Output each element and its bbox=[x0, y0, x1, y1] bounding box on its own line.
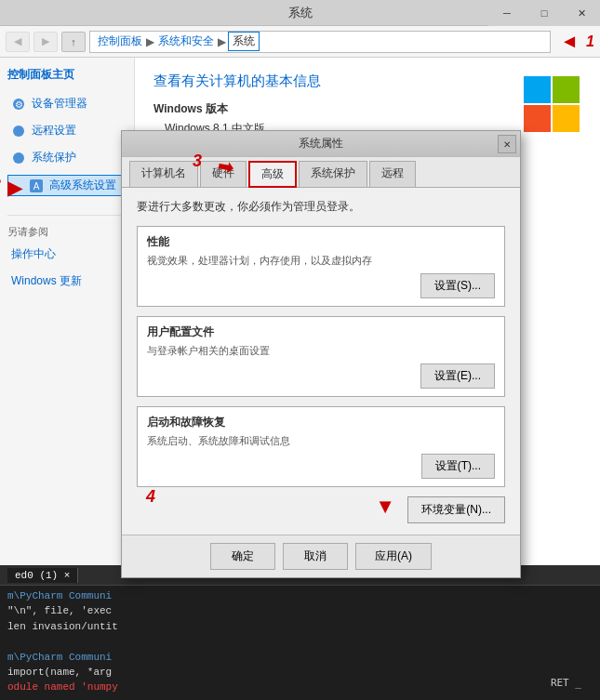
sidebar-item-device-manager[interactable]: ⚙ 设备管理器 bbox=[7, 94, 127, 113]
annotation-1: 1 bbox=[586, 33, 594, 50]
dialog-content: 要进行大多数更改，你必须作为管理员登录。 性能 视觉效果，处理器计划，内存使用，… bbox=[122, 188, 520, 535]
sidebar-item-label-device: 设备管理器 bbox=[32, 96, 87, 112]
advanced-icon: A bbox=[29, 178, 44, 193]
terminal-text-2: "\n", file, 'exec bbox=[7, 605, 112, 616]
maximize-button[interactable]: □ bbox=[526, 0, 563, 26]
dialog-userprofiles-section: 用户配置文件 与登录帐户相关的桌面设置 设置(E)... bbox=[137, 316, 505, 397]
startup-desc: 系统启动、系统故障和调试信息 bbox=[147, 434, 495, 448]
userprofiles-btn-row: 设置(E)... bbox=[147, 363, 495, 389]
userprofiles-desc: 与登录帐户相关的桌面设置 bbox=[147, 344, 495, 358]
win-tile-2 bbox=[553, 76, 580, 103]
sidebar-title: 控制面板主页 bbox=[7, 67, 127, 83]
userprofiles-settings-button[interactable]: 设置(E)... bbox=[420, 363, 495, 389]
startup-btn-row: 设置(T)... bbox=[147, 454, 495, 479]
sidebar: 控制面板主页 ⚙ 设备管理器 远程设置 系统保护 2 ▶ bbox=[0, 58, 135, 565]
windows-logo bbox=[524, 76, 580, 132]
tab-system-protection[interactable]: 系统保护 bbox=[299, 161, 367, 187]
terminal-text-5: m\PyCharm Communi bbox=[7, 652, 112, 663]
breadcrumb-bar: 控制面板 ▶ 系统和安全 ▶ 系统 bbox=[89, 31, 551, 53]
terminal-line-3: len invasion/untit bbox=[7, 620, 593, 634]
performance-desc: 视觉效果，处理器计划，内存使用，以及虚拟内存 bbox=[147, 254, 495, 268]
dialog-apply-button[interactable]: 应用(A) bbox=[355, 543, 432, 570]
terminal-line-2: "\n", file, 'exec bbox=[7, 604, 593, 618]
sidebar-item-protection[interactable]: 系统保护 bbox=[7, 148, 127, 167]
terminal-line-5: m\PyCharm Communi bbox=[7, 651, 593, 665]
startup-title: 启动和故障恢复 bbox=[147, 415, 495, 430]
window-controls: ─ □ ✕ bbox=[488, 0, 600, 26]
svg-point-2 bbox=[13, 125, 24, 137]
breadcrumb-item-1[interactable]: 控制面板 bbox=[96, 33, 144, 49]
performance-settings-button[interactable]: 设置(S)... bbox=[420, 273, 495, 298]
terminal-text-6: import(name, *arg bbox=[7, 667, 112, 678]
arrow-4-indicator: ▼ bbox=[375, 495, 395, 519]
dialog-performance-section: 性能 视觉效果，处理器计划，内存使用，以及虚拟内存 设置(S)... bbox=[137, 226, 505, 307]
env-variables-button[interactable]: 环境变量(N)... bbox=[407, 496, 505, 523]
env-var-row: 4 ▼ 环境变量(N)... bbox=[137, 496, 505, 523]
breadcrumb-sep-1: ▶ bbox=[146, 35, 154, 48]
terminal-line-4 bbox=[7, 635, 593, 649]
arrow-1-indicator: ◄ bbox=[560, 31, 579, 52]
win-tile-4 bbox=[553, 105, 580, 132]
sidebar-item-label-advanced: 高级系统设置 bbox=[49, 178, 116, 193]
dialog-tabs: 计算机名 硬件 高级 系统保护 远程 bbox=[122, 157, 520, 188]
terminal-cursor-area: RET _ bbox=[551, 677, 581, 689]
breadcrumb-current: 系统 bbox=[228, 32, 260, 51]
breadcrumb-sep-2: ▶ bbox=[218, 35, 226, 48]
terminal-line-1: m\PyCharm Communi bbox=[7, 589, 593, 603]
sidebar-link-label-update: Windows 更新 bbox=[11, 273, 82, 289]
terminal-tab-active[interactable]: ed0 (1) × bbox=[7, 568, 78, 583]
terminal-text-3: len invasion/untit bbox=[7, 621, 118, 632]
forward-button[interactable]: ▶ bbox=[33, 32, 58, 52]
breadcrumb-item-2[interactable]: 系统和安全 bbox=[156, 33, 216, 49]
terminal-cursor-text: RET _ bbox=[551, 677, 581, 689]
sidebar-section-also: 另请参阅 操作中心 Windows 更新 bbox=[7, 215, 127, 291]
dialog-startup-section: 启动和故障恢复 系统启动、系统故障和调试信息 设置(T)... bbox=[137, 406, 505, 487]
sidebar-link-label-action: 操作中心 bbox=[11, 246, 56, 262]
up-button[interactable]: ↑ bbox=[61, 32, 86, 52]
protection-icon bbox=[11, 151, 26, 165]
win-tile-1 bbox=[524, 76, 551, 103]
sidebar-item-advanced[interactable]: A 高级系统设置 bbox=[7, 175, 127, 196]
terminal-text-7: odule named 'numpy bbox=[7, 681, 118, 693]
terminal-line-7: odule named 'numpy bbox=[7, 680, 593, 694]
tab-advanced[interactable]: 高级 bbox=[248, 161, 297, 188]
performance-btn-row: 设置(S)... bbox=[147, 273, 495, 298]
tab-hardware[interactable]: 硬件 bbox=[200, 161, 247, 187]
remote-icon bbox=[11, 124, 26, 139]
dialog-ok-button[interactable]: 确定 bbox=[210, 543, 275, 570]
window-title: 系统 bbox=[288, 5, 313, 21]
terminal-text-1: m\PyCharm Communi bbox=[7, 590, 112, 601]
device-manager-icon: ⚙ bbox=[11, 97, 26, 112]
system-properties-dialog: 系统属性 ✕ 计算机名 硬件 高级 系统保护 远程 要进行大多数更改，你必须作为… bbox=[121, 130, 521, 578]
startup-settings-button[interactable]: 设置(T)... bbox=[421, 454, 495, 479]
terminal-content: m\PyCharm Communi "\n", file, 'exec len … bbox=[0, 586, 600, 700]
back-button[interactable]: ◀ bbox=[6, 32, 30, 52]
terminal-line-6: import(name, *arg bbox=[7, 666, 593, 680]
terminal: ed0 (1) × m\PyCharm Communi "\n", file, … bbox=[0, 565, 600, 700]
minimize-button[interactable]: ─ bbox=[488, 0, 526, 26]
tab-computer-name[interactable]: 计算机名 bbox=[129, 161, 198, 187]
sidebar-link-action-center[interactable]: 操作中心 bbox=[7, 244, 127, 264]
sidebar-section-title: 另请参阅 bbox=[7, 225, 127, 239]
dialog-title-bar: 系统属性 ✕ bbox=[122, 131, 520, 157]
sidebar-item-remote[interactable]: 远程设置 bbox=[7, 121, 127, 140]
content-title: 查看有关计算机的基本信息 bbox=[153, 73, 581, 90]
svg-point-3 bbox=[13, 152, 24, 164]
annotation-4: 4 bbox=[146, 487, 155, 507]
dialog-cancel-button[interactable]: 取消 bbox=[283, 543, 348, 570]
svg-text:⚙: ⚙ bbox=[15, 99, 23, 110]
win-tile-3 bbox=[524, 105, 551, 132]
dialog-title: 系统属性 bbox=[299, 136, 343, 152]
performance-title: 性能 bbox=[147, 234, 495, 250]
close-button[interactable]: ✕ bbox=[563, 0, 600, 26]
address-bar: ◀ ▶ ↑ 控制面板 ▶ 系统和安全 ▶ 系统 ◄ 1 bbox=[0, 26, 600, 58]
svg-text:A: A bbox=[33, 181, 40, 192]
sidebar-item-label-remote: 远程设置 bbox=[32, 123, 76, 139]
sidebar-link-windows-update[interactable]: Windows 更新 bbox=[7, 271, 127, 291]
annotation-2: 2 bbox=[0, 177, 1, 193]
dialog-bottom-buttons: 确定 取消 应用(A) bbox=[122, 535, 520, 577]
userprofiles-title: 用户配置文件 bbox=[147, 324, 495, 340]
dialog-close-button[interactable]: ✕ bbox=[498, 135, 516, 153]
title-bar: 系统 ─ □ ✕ bbox=[0, 0, 600, 26]
tab-remote[interactable]: 远程 bbox=[369, 161, 416, 187]
